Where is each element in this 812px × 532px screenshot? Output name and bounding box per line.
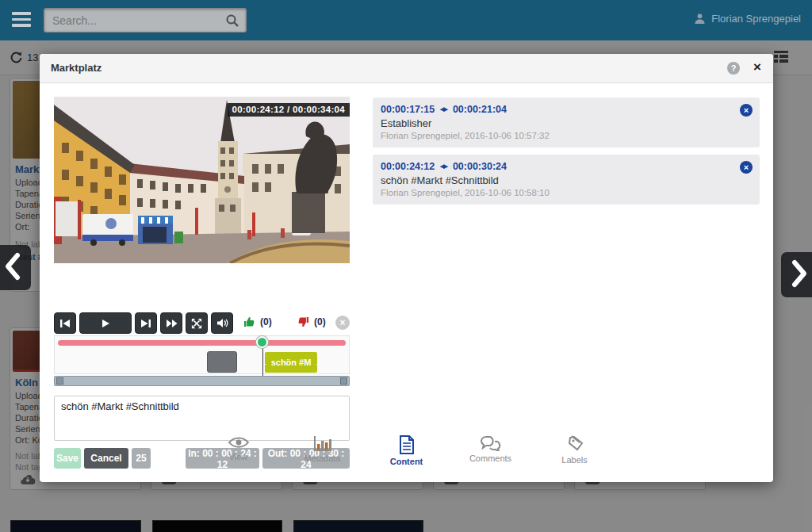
bar-chart-icon <box>313 435 332 451</box>
tab-metadata[interactable]: Metadata <box>301 435 345 466</box>
video-still-marktplatz <box>54 97 350 263</box>
video-frame[interactable]: 00:00:24:12 / 00:00:34:04 <box>54 97 350 263</box>
modal-tabs: View Metadata Content Comments Labels <box>40 435 773 466</box>
fullscreen-icon <box>191 318 202 329</box>
annotation-meta: Florian Sprengepiel, 2016-10-06 10:58:10 <box>381 188 752 197</box>
annotation-meta: Florian Sprengepiel, 2016-10-06 10:57:32 <box>381 131 752 140</box>
timecode-overlay: 00:00:24:12 / 00:00:34:04 <box>228 103 350 117</box>
like-button[interactable]: (0) <box>243 316 272 328</box>
zoom-handle-left[interactable] <box>56 377 63 385</box>
tab-content[interactable]: Content <box>385 435 429 466</box>
clear-vote-icon[interactable]: × <box>335 316 350 330</box>
fast-forward-icon <box>166 319 178 328</box>
search-input[interactable] <box>52 9 219 32</box>
chevron-right-icon <box>787 258 812 289</box>
skip-start-button[interactable] <box>54 312 76 334</box>
tab-labels[interactable]: Labels <box>553 435 597 466</box>
tab-label: Comments <box>469 454 511 463</box>
annotation-end[interactable]: 00:00:30:24 <box>453 161 507 172</box>
search-box <box>44 8 247 33</box>
chevron-left-icon <box>0 251 25 282</box>
volume-button[interactable] <box>211 312 233 334</box>
user-icon <box>694 13 706 25</box>
annotation-list: × 00:00:17:15 ◀▶ 00:00:21:04 Establisher… <box>373 98 760 212</box>
annotation-timerange: 00:00:24:12 ◀▶ 00:00:30:24 <box>381 161 752 172</box>
segment-label-text: schön #M <box>271 358 312 367</box>
thumbs-up-icon <box>243 316 256 328</box>
tab-label: Labels <box>561 455 587 465</box>
skip-start-icon <box>59 319 71 328</box>
user-menu[interactable]: Florian Sprengepiel <box>694 13 801 25</box>
annotation-text-input[interactable]: schön #Markt #Schnittbild <box>54 396 350 441</box>
segment-out-arrow-icon[interactable]: → <box>313 357 317 369</box>
tag-icon <box>565 435 585 453</box>
range-arrows-icon: ◀▶ <box>440 163 447 170</box>
annotation-start[interactable]: 00:00:17:15 <box>381 104 435 115</box>
range-arrows-icon: ◀▶ <box>440 106 447 113</box>
tab-view[interactable]: View <box>216 435 261 466</box>
comments-icon <box>480 435 502 451</box>
annotation-start[interactable]: 00:00:24:12 <box>381 161 435 172</box>
skip-end-icon <box>140 319 151 328</box>
tab-label: Metadata <box>304 454 341 463</box>
annotation-text: Establisher <box>381 117 752 129</box>
segment-in-arrow-icon[interactable]: ← <box>265 357 269 369</box>
segment-block[interactable] <box>207 351 237 373</box>
annotation-modal: Marktplatz ? × <box>40 54 773 482</box>
hamburger-menu-icon[interactable] <box>12 12 31 28</box>
dislike-button[interactable]: (0) <box>297 316 326 328</box>
eye-icon <box>228 435 250 450</box>
annotation-item[interactable]: × 00:00:17:15 ◀▶ 00:00:21:04 Establisher… <box>373 98 760 147</box>
help-icon[interactable]: ? <box>727 62 740 75</box>
delete-annotation-icon[interactable]: × <box>740 161 753 174</box>
dislike-count: (0) <box>314 316 326 327</box>
tab-comments[interactable]: Comments <box>469 435 513 466</box>
tab-label: View <box>229 452 248 461</box>
annotation-end[interactable]: 00:00:21:04 <box>453 104 507 115</box>
zoom-handle-right[interactable] <box>340 377 347 385</box>
modal-header: Marktplatz ? × <box>40 54 773 83</box>
annotation-item[interactable]: × 00:00:24:12 ◀▶ 00:00:30:24 schön #Mark… <box>373 155 760 205</box>
app-root: Florian Sprengepiel 13 / Marktp Upload: … <box>0 0 812 532</box>
document-icon <box>399 435 415 454</box>
skip-end-button[interactable] <box>135 312 157 334</box>
modal-title: Marktplatz <box>51 62 102 74</box>
like-count: (0) <box>260 316 272 327</box>
annotation-text: schön #Markt #Schnittbild <box>381 174 752 186</box>
top-navbar: Florian Sprengepiel <box>0 0 812 40</box>
seek-bar[interactable] <box>58 340 346 346</box>
user-name: Florian Sprengepiel <box>711 13 801 25</box>
fullscreen-button[interactable] <box>186 312 208 334</box>
playhead-handle[interactable] <box>256 336 268 348</box>
delete-annotation-icon[interactable]: × <box>740 104 753 117</box>
player-column: 00:00:24:12 / 00:00:34:04 <box>54 97 350 263</box>
fast-forward-button[interactable] <box>160 312 182 334</box>
prev-asset-button[interactable] <box>0 245 31 290</box>
play-icon <box>101 319 110 328</box>
play-button[interactable] <box>79 312 132 334</box>
next-asset-button[interactable] <box>781 252 812 297</box>
player-controls: (0) (0) × <box>54 312 350 334</box>
volume-icon <box>216 318 228 328</box>
annotation-timerange: 00:00:17:15 ◀▶ 00:00:21:04 <box>381 104 752 115</box>
close-icon[interactable]: × <box>753 59 761 75</box>
thumbs-down-icon <box>297 316 310 328</box>
search-icon[interactable] <box>225 13 239 28</box>
timeline-zoom-scrollbar[interactable] <box>54 376 350 386</box>
tab-label: Content <box>390 457 423 466</box>
active-segment-label[interactable]: ← schön #M → <box>265 352 317 373</box>
timeline: ← schön #M → <box>54 335 350 374</box>
